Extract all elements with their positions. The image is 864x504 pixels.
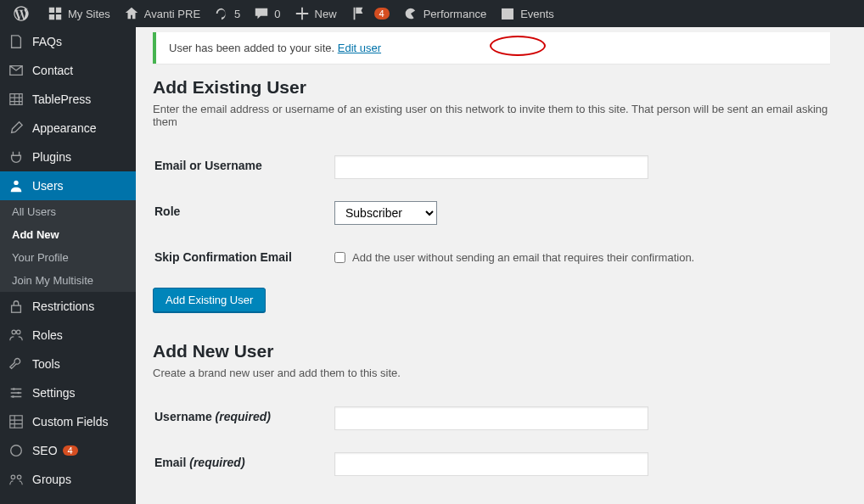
gauge-icon (403, 6, 418, 21)
performance-label: Performance (424, 8, 486, 20)
sidebar-item-contact[interactable]: Contact (0, 56, 136, 85)
settings-label: Settings (32, 386, 76, 400)
new-label: New (315, 8, 337, 20)
sub-add-new[interactable]: Add New (0, 223, 136, 246)
svg-point-11 (11, 475, 15, 479)
skip-confirm-checkbox[interactable] (334, 252, 345, 263)
roles-label: Roles (32, 328, 63, 342)
my-sites-label: My Sites (68, 8, 110, 20)
add-existing-button[interactable]: Add Existing User (153, 288, 266, 312)
add-new-heading: Add New User (153, 341, 847, 361)
plugins-label: Plugins (32, 150, 71, 164)
calendar-icon (500, 6, 515, 21)
notice-text: User has been added to your site. (169, 42, 334, 54)
seo-badge: 4 (63, 445, 78, 456)
svg-rect-3 (12, 305, 21, 312)
tablepress-label: TablePress (32, 92, 91, 106)
sidebar-item-appearance[interactable]: Appearance (0, 114, 136, 143)
seo-icon (8, 443, 25, 458)
svg-point-5 (16, 330, 20, 334)
sub-your-profile[interactable]: Your Profile (0, 246, 136, 269)
wp-logo[interactable] (7, 0, 41, 27)
sidebar-item-tablepress[interactable]: TablePress (0, 85, 136, 114)
plug-icon (8, 149, 25, 165)
svg-point-10 (11, 445, 22, 456)
sub-join-multisite[interactable]: Join My Multisite (0, 269, 136, 292)
add-existing-heading: Add Existing User (153, 77, 847, 98)
wordpress-icon (14, 6, 29, 21)
table-icon (8, 92, 25, 107)
site-name[interactable]: Avanti PRE (117, 0, 207, 27)
people-icon (8, 328, 25, 343)
svg-point-4 (12, 330, 15, 334)
sidebar-item-users[interactable]: Users (0, 171, 136, 200)
brush-icon (8, 120, 25, 136)
new-user-form: Username (required) Email (required) (153, 395, 847, 488)
updates-count: 5 (234, 8, 240, 20)
wrench-icon (8, 356, 25, 372)
faqs-label: FAQs (32, 35, 62, 48)
tools-label: Tools (32, 357, 60, 371)
sidebar-item-settings[interactable]: Settings (0, 378, 136, 407)
notif-badge: 4 (374, 8, 390, 20)
flag-icon (351, 6, 366, 21)
mail-icon (8, 63, 25, 78)
email-input[interactable] (334, 452, 648, 476)
skip-confirm-label: Skip Confirmation Email (154, 237, 333, 277)
user-icon (8, 178, 25, 193)
seo-label: SEO (32, 444, 58, 457)
home-icon (124, 6, 139, 21)
updates-icon (214, 6, 229, 21)
sites-icon (48, 6, 63, 21)
notifications[interactable]: 4 (344, 0, 396, 27)
custom-fields-label: Custom Fields (32, 415, 108, 428)
restrictions-label: Restrictions (32, 300, 94, 313)
email-label: Email (required) (154, 442, 333, 486)
events[interactable]: Events (493, 0, 561, 27)
sidebar-item-seo[interactable]: SEO4 (0, 436, 136, 465)
lock-icon (8, 299, 25, 314)
role-select[interactable]: Subscriber (334, 201, 437, 225)
sidebar-item-groups[interactable]: Groups (0, 465, 136, 494)
my-sites[interactable]: My Sites (41, 0, 117, 27)
svg-point-2 (14, 181, 18, 185)
sidebar-item-faqs[interactable]: FAQs (0, 27, 136, 56)
comment-icon (254, 6, 269, 21)
email-username-label: Email or Username (154, 145, 333, 189)
svg-rect-9 (10, 416, 22, 428)
sidebar-item-custom-fields[interactable]: Custom Fields (0, 407, 136, 436)
add-existing-desc: Enter the email address or username of a… (153, 103, 847, 128)
new-content[interactable]: New (288, 0, 344, 27)
comments[interactable]: 0 (247, 0, 287, 27)
username-input[interactable] (334, 406, 648, 430)
performance[interactable]: Performance (396, 0, 493, 27)
users-label: Users (32, 179, 64, 193)
sidebar-item-roles[interactable]: Roles (0, 321, 136, 350)
events-label: Events (520, 8, 554, 20)
site-name-label: Avanti PRE (144, 8, 200, 20)
appearance-label: Appearance (32, 121, 97, 135)
skip-confirm-desc: Add the user without sending an email th… (352, 251, 694, 264)
username-label: Username (required) (154, 396, 333, 440)
role-label: Role (154, 191, 333, 235)
existing-user-form: Email or Username Role Subscriber Skip C… (153, 143, 847, 279)
sidebar-item-tools[interactable]: Tools (0, 350, 136, 378)
email-username-input[interactable] (334, 155, 648, 179)
main-content: User has been added to your site. Edit u… (136, 27, 864, 504)
sidebar-item-restrictions[interactable]: Restrictions (0, 292, 136, 321)
success-notice: User has been added to your site. Edit u… (153, 32, 830, 64)
admin-sidebar: FAQs Contact TablePress Appearance Plugi… (0, 27, 136, 504)
contact-label: Contact (32, 64, 73, 77)
plus-icon (295, 6, 310, 21)
highlight-circle (490, 36, 546, 56)
sliders-icon (8, 385, 25, 400)
grid-icon (8, 414, 25, 429)
edit-user-link[interactable]: Edit user (338, 42, 381, 54)
svg-point-6 (13, 388, 15, 390)
groups-label: Groups (32, 473, 71, 486)
sidebar-item-plugins[interactable]: Plugins (0, 143, 136, 171)
sub-all-users[interactable]: All Users (0, 200, 136, 223)
updates[interactable]: 5 (207, 0, 247, 27)
comments-count: 0 (274, 8, 280, 20)
admin-bar: My Sites Avanti PRE 5 0 New 4 Performanc… (0, 0, 864, 27)
